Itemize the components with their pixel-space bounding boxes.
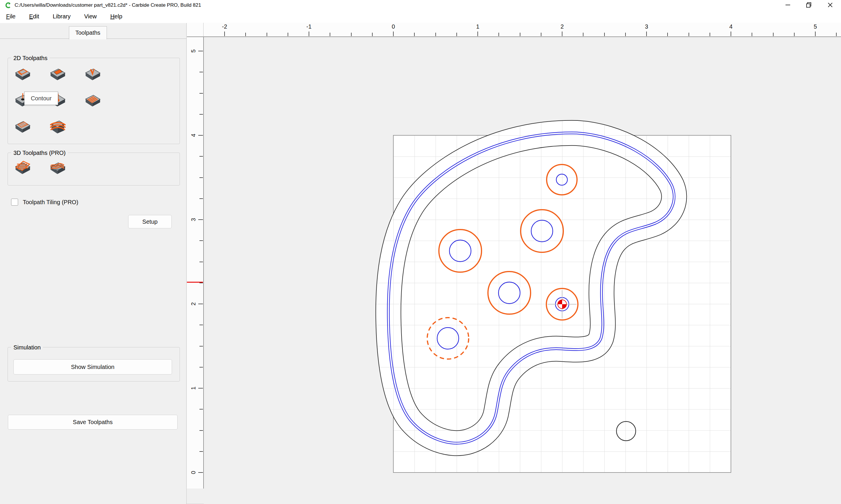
toolpath-tiling-checkbox[interactable] [11, 199, 18, 205]
ruler-tick [200, 346, 203, 346]
ruler-tick [667, 33, 668, 36]
ruler-label: 3 [638, 23, 655, 30]
ruler-tick [200, 93, 203, 94]
ruler-tick [393, 32, 394, 36]
ruler-tick [604, 33, 605, 36]
contour-icon [13, 67, 32, 86]
ruler-tick [414, 33, 415, 36]
tool-3d-rough-button[interactable] [13, 160, 32, 179]
ruler-tick [435, 33, 436, 36]
ruler-tick [200, 451, 203, 452]
ruler-tick [625, 33, 626, 36]
ruler-tick [200, 177, 203, 178]
ruler-tick [267, 33, 267, 36]
ruler-tick [541, 33, 542, 36]
ruler-label: 1 [187, 382, 199, 394]
ruler-label: 0 [187, 467, 199, 478]
ruler-tick [457, 33, 457, 36]
section-title-tiling: Toolpath Tiling (PRO) [21, 198, 80, 206]
ruler-tick [520, 33, 520, 36]
ruler-tick [478, 32, 478, 36]
ruler-label: 1 [469, 23, 486, 30]
ruler-corner [187, 23, 204, 37]
ruler-tick [794, 33, 794, 36]
section-title-3d-toolpaths: 3D Toolpaths (PRO) [11, 149, 68, 157]
vcarve-icon [83, 67, 103, 86]
ruler-label: 4 [187, 129, 199, 141]
ruler-tick [200, 240, 203, 241]
ruler-tick [330, 33, 330, 36]
engrave-icon [13, 119, 32, 138]
ruler-tick [200, 325, 203, 325]
ruler-tick [689, 33, 689, 36]
ruler-tick [224, 32, 225, 36]
ruler-tick [200, 114, 203, 115]
tooltip-contour: Contour [24, 92, 58, 105]
ruler-tick [646, 32, 647, 36]
texture-icon [83, 93, 103, 112]
ruler-tick [372, 33, 373, 36]
ruler-label: 2 [553, 23, 571, 30]
ruler-tick [498, 33, 499, 36]
ruler-tick [562, 32, 562, 36]
ruler-tick [200, 283, 203, 283]
app-window: C:/Users/willa/Downloads/customer part_v… [0, 0, 841, 504]
ruler-tick [731, 32, 731, 36]
ruler-tick [200, 72, 203, 72]
rough-3d-icon [13, 160, 32, 179]
ruler-tick [773, 33, 774, 36]
ruler-position-marker [187, 282, 203, 283]
ruler-label: -2 [216, 23, 233, 30]
ruler-tick [200, 198, 203, 199]
ruler-label: 5 [807, 23, 824, 30]
ruler-tick [309, 32, 309, 36]
setup-button[interactable]: Setup [128, 215, 172, 228]
tool-wrap-button[interactable] [48, 119, 67, 138]
ruler-label: -1 [300, 23, 318, 30]
ruler-tick [709, 33, 710, 36]
group-3d-toolpaths [7, 152, 180, 185]
tool-vcarve-button[interactable] [83, 67, 103, 86]
ruler-vertical: 012345 [187, 37, 204, 488]
ruler-tick [351, 33, 351, 36]
section-title-simulation: Simulation [11, 344, 43, 351]
wrap-icon [48, 119, 67, 138]
ruler-label: 4 [722, 23, 740, 30]
tool-texture-button[interactable] [83, 93, 103, 112]
tool-engrave-button[interactable] [13, 119, 32, 138]
ruler-tick [200, 430, 203, 431]
ruler-tick [752, 33, 752, 36]
pocket-icon [48, 67, 67, 86]
tool-3d-finish-button[interactable] [48, 160, 67, 179]
ruler-tick [583, 33, 583, 36]
ruler-label: 5 [187, 45, 199, 57]
ruler-tick [288, 33, 288, 36]
ruler-horizontal: -2-1012345 [187, 23, 841, 37]
finish-3d-icon [48, 160, 67, 179]
ruler-label: 0 [384, 23, 402, 30]
ruler-label: 2 [187, 298, 199, 310]
ruler-tick [245, 33, 246, 36]
section-title-2d-toolpaths: 2D Toolpaths [11, 54, 50, 62]
ruler-tick [200, 367, 203, 367]
tool-contour-button[interactable] [13, 67, 32, 86]
ruler-tick [200, 156, 203, 157]
ruler-tick [200, 262, 203, 262]
save-toolpaths-button[interactable]: Save Toolpaths [8, 415, 177, 430]
ruler-tick [836, 33, 837, 36]
ruler-tick [815, 32, 816, 36]
show-simulation-button[interactable]: Show Simulation [14, 359, 172, 375]
ruler-tick [200, 409, 203, 410]
tab-toolpaths[interactable]: Toolpaths [69, 26, 107, 39]
tool-pocket-button[interactable] [48, 67, 67, 86]
ruler-label: 3 [187, 214, 199, 226]
